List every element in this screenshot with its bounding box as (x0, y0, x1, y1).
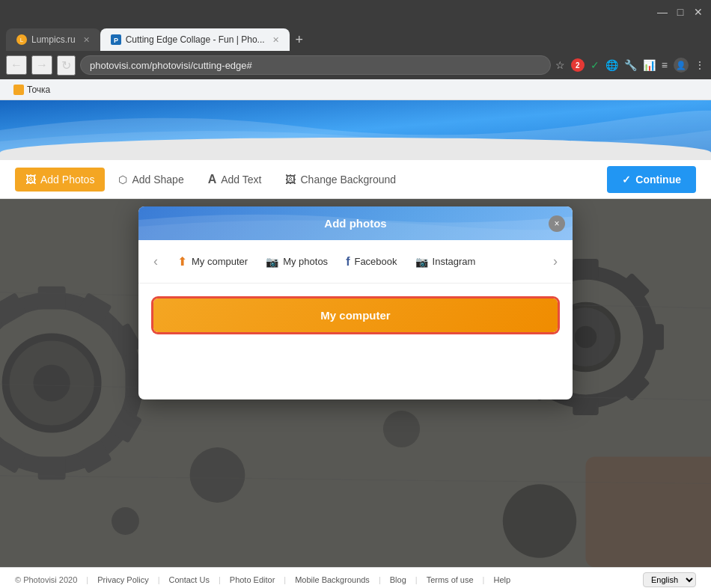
modal-overlay: Add photos × ‹ ⬆ My computer 📷 My p (0, 199, 711, 567)
lumpics-favicon: L (16, 34, 27, 45)
vpn-icon[interactable]: 🌐 (605, 59, 618, 71)
add-photos-modal: Add photos × ‹ ⬆ My computer 📷 My p (138, 206, 573, 399)
continue-label: Continue (635, 174, 681, 186)
footer-terms-link[interactable]: Terms of use (427, 575, 474, 584)
modal-empty-space (153, 332, 558, 385)
modal-tabs: ‹ ⬆ My computer 📷 My photos f Facebook (138, 240, 573, 284)
tab-photovisi[interactable]: P Cutting Edge Collage - Fun | Pho... ✕ (100, 28, 290, 51)
main-toolbar: 🖼 Add Photos ⬡ Add Shape A Add Text 🖼 Ch… (0, 160, 711, 199)
modal-tab-facebook-label: Facebook (354, 256, 397, 267)
modal-tab-myphotos[interactable]: 📷 My photos (264, 253, 329, 271)
ext1-icon[interactable]: 🔧 (624, 59, 637, 71)
footer-mobilebg-link[interactable]: Mobile Backgrounds (295, 575, 370, 584)
copyright-text: © Photovisi 2020 (15, 575, 77, 584)
modal-header: Add photos × (138, 206, 573, 240)
footer-photoeditor-link[interactable]: Photo Editor (230, 575, 275, 584)
add-photos-label: Add Photos (40, 174, 94, 186)
facebook-icon: f (346, 255, 350, 269)
modal-tab-instagram-label: Instagram (433, 256, 476, 267)
ext2-icon[interactable]: 📊 (643, 59, 656, 71)
new-tab-button[interactable]: + (290, 29, 310, 51)
upload-icon: ⬆ (177, 254, 187, 269)
maximize-button[interactable]: □ (675, 7, 686, 17)
add-photos-icon: 🖼 (25, 174, 36, 186)
bookmark-bar: Точка (0, 79, 711, 100)
tab-lumpics-close[interactable]: ✕ (83, 35, 90, 45)
change-bg-label: Change Background (300, 174, 396, 186)
add-shape-icon: ⬡ (118, 174, 127, 186)
add-photos-button[interactable]: 🖼 Add Photos (15, 168, 105, 192)
tab-photovisi-close[interactable]: ✕ (272, 35, 279, 45)
modal-tabs-next[interactable]: › (550, 251, 561, 272)
tab-photovisi-label: Cutting Edge Collage - Fun | Pho... (126, 34, 265, 45)
photovisi-favicon: P (111, 34, 121, 45)
address-bar: ← → ↻ ☆ 2 ✓ 🌐 🔧 📊 ≡ 👤 ⋮ (0, 51, 711, 79)
modal-tab-mycomputer-label: My computer (192, 256, 248, 267)
add-text-icon: A (208, 173, 217, 186)
tab-lumpics-label: Lumpics.ru (31, 34, 76, 45)
close-button[interactable]: ✕ (693, 7, 704, 17)
continue-button[interactable]: ✓ Continue (607, 166, 696, 193)
address-icons: ☆ 2 ✓ 🌐 🔧 📊 ≡ 👤 ⋮ (555, 58, 705, 73)
modal-content: My computer (138, 284, 573, 399)
bookmark-folder-icon (13, 85, 24, 95)
modal-close-button[interactable]: × (549, 215, 565, 232)
refresh-button[interactable]: ↻ (57, 55, 76, 76)
tab-lumpics[interactable]: L Lumpics.ru ✕ (6, 28, 100, 51)
language-select[interactable]: English (643, 572, 696, 587)
menu-icon[interactable]: ≡ (662, 59, 668, 71)
add-text-button[interactable]: A Add Text (198, 167, 272, 192)
profile-icon[interactable]: 👤 (674, 58, 689, 73)
close-icon: × (554, 218, 559, 229)
modal-tab-mycomputer[interactable]: ⬆ My computer (176, 251, 249, 272)
modal-tab-myphotos-label: My photos (283, 256, 328, 267)
footer-help-link[interactable]: Help (493, 575, 510, 584)
modal-title: Add photos (324, 217, 386, 230)
back-button[interactable]: ← (6, 55, 27, 75)
minimize-button[interactable]: — (657, 7, 668, 17)
shield-icon[interactable]: ✓ (591, 59, 599, 71)
window-controls: — □ ✕ (657, 7, 704, 17)
tab-bar: L Lumpics.ru ✕ P Cutting Edge Collage - … (0, 24, 711, 51)
change-bg-icon: 🖼 (285, 174, 296, 186)
page-area: 🖼 Add Photos ⬡ Add Shape A Add Text 🖼 Ch… (0, 100, 711, 588)
site-footer: © Photovisi 2020 | Privacy Policy | Cont… (0, 567, 711, 588)
add-shape-button[interactable]: ⬡ Add Shape (108, 168, 194, 192)
bookmark-label: Точка (27, 85, 50, 95)
address-input[interactable] (80, 55, 551, 75)
add-text-label: Add Text (221, 174, 261, 186)
star-icon[interactable]: ☆ (555, 59, 565, 71)
footer-privacy-link[interactable]: Privacy Policy (97, 575, 148, 584)
change-background-button[interactable]: 🖼 Change Background (275, 168, 406, 192)
modal-tabs-prev[interactable]: ‹ (150, 251, 161, 272)
modal-tab-instagram[interactable]: 📷 Instagram (414, 253, 477, 271)
svg-text:P: P (114, 37, 118, 44)
forward-button[interactable]: → (31, 55, 52, 75)
more-icon[interactable]: ⋮ (695, 59, 705, 71)
modal-tab-facebook[interactable]: f Facebook (344, 252, 398, 272)
title-bar: — □ ✕ (0, 0, 711, 24)
background-canvas: Add photos × ‹ ⬆ My computer 📷 My p (0, 199, 711, 567)
bookmark-item[interactable]: Точка (7, 83, 56, 97)
footer-contact-link[interactable]: Contact Us (169, 575, 210, 584)
extensions-icon[interactable]: 2 (571, 58, 585, 72)
upload-mycomputer-button[interactable]: My computer (153, 298, 558, 332)
add-shape-label: Add Shape (132, 174, 183, 186)
instagram-icon: 📷 (415, 256, 428, 268)
myphotos-icon: 📷 (266, 256, 278, 268)
footer-blog-link[interactable]: Blog (390, 575, 406, 584)
upload-button-label: My computer (320, 309, 390, 322)
site-header (0, 100, 711, 160)
continue-checkmark-icon: ✓ (622, 174, 631, 186)
